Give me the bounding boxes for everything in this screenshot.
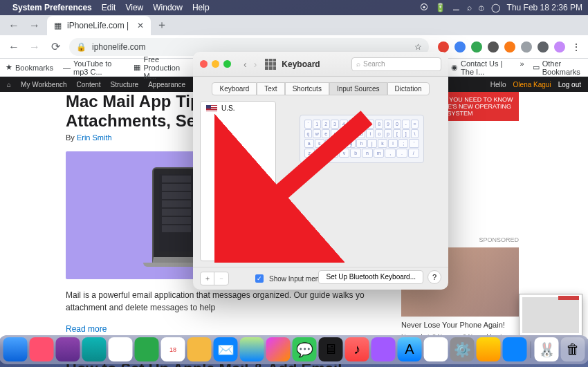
reload-button[interactable]: ⟳ <box>46 37 65 57</box>
dock-photos-icon[interactable] <box>266 337 291 361</box>
input-source-us[interactable]: U.S. <box>201 102 275 115</box>
show-input-menu-checkbox[interactable]: ✓ <box>255 274 264 283</box>
dock-app-5[interactable] <box>135 337 159 361</box>
author-link[interactable]: Erin Smith <box>77 133 112 142</box>
status-battery-icon[interactable]: 🔋 <box>435 3 445 12</box>
status-wifi-icon[interactable]: ⚊ <box>452 3 460 12</box>
tab-shortcuts[interactable]: Shortcuts <box>285 82 329 95</box>
menu-window[interactable]: Window <box>153 3 183 12</box>
home-icon[interactable]: ⌂ <box>7 81 11 88</box>
dock-tv-icon[interactable]: 🖥 <box>319 337 343 361</box>
dock-app-2[interactable] <box>56 337 80 361</box>
key-cap: r <box>331 129 339 138</box>
key-cap: w <box>313 129 321 138</box>
dock-podcasts-icon[interactable] <box>371 337 396 361</box>
forward-arrow-icon[interactable]: → <box>26 17 43 34</box>
minimize-window-button[interactable] <box>212 60 219 68</box>
nav-structure[interactable]: Structure <box>111 81 139 88</box>
dock-messages-icon[interactable]: 💬 <box>293 337 317 361</box>
dock-calendar-icon[interactable]: 18 <box>161 337 185 361</box>
dock-finder-icon[interactable] <box>3 337 28 361</box>
ext-icon-6[interactable] <box>519 39 534 55</box>
status-siri-icon[interactable]: ◯ <box>491 3 500 12</box>
dock-mail-icon[interactable]: ✉️ <box>214 337 238 361</box>
key-cap: v <box>339 149 350 158</box>
tab-close-icon[interactable]: ✕ <box>137 21 144 30</box>
article-excerpt: Mail is a powerful email application tha… <box>66 289 391 314</box>
back-arrow-icon[interactable]: ← <box>6 17 22 34</box>
key-cap: m <box>374 149 385 158</box>
status-control-center-icon[interactable]: ⦶ <box>479 3 484 12</box>
ext-icon-2[interactable] <box>452 39 468 55</box>
remove-input-source-button: － <box>214 272 228 285</box>
setup-bluetooth-button[interactable]: Set Up Bluetooth Keyboard... <box>318 270 423 284</box>
nav-workbench[interactable]: My Workbench <box>21 81 67 88</box>
add-input-source-button[interactable]: ＋ <box>201 272 214 285</box>
tab-dictation[interactable]: Dictation <box>387 82 430 95</box>
lock-icon: 🔒 <box>76 42 86 52</box>
dock-maps-icon[interactable] <box>240 337 264 361</box>
tab-title: iPhoneLife.com | <box>67 21 129 30</box>
read-more-link[interactable]: Read more <box>66 324 107 334</box>
picture-in-picture-window[interactable] <box>519 294 582 337</box>
dock-app-6[interactable] <box>187 337 212 361</box>
ext-icon-3[interactable] <box>469 39 484 55</box>
dock-app-10[interactable]: 🐰 <box>535 337 559 361</box>
input-source-list[interactable]: U.S. <box>200 101 276 261</box>
dock-app-1[interactable] <box>30 337 54 361</box>
prefs-back-button[interactable]: ‹ <box>241 59 250 70</box>
dock-app-3[interactable] <box>82 337 107 361</box>
bookmarks-folder[interactable]: ★ Bookmarks <box>6 63 53 72</box>
bm-contact[interactable]: ◉ Contact Us | The I... <box>451 59 511 76</box>
key-cap: 4 <box>340 120 348 129</box>
menubar-datetime[interactable]: Thu Feb 18 2:36 PM <box>507 3 582 12</box>
dock-music-icon[interactable]: ♪ <box>345 337 369 361</box>
prefs-search-input[interactable]: ⌕ Search <box>351 57 441 71</box>
dock-app-9[interactable] <box>503 337 527 361</box>
tab-input-sources[interactable]: Input Sources <box>329 82 387 95</box>
bm-free-production[interactable]: ▦ Free Production M... <box>134 55 194 80</box>
ext-icon-4[interactable] <box>486 39 501 55</box>
nav-appearance[interactable]: Appearance <box>148 81 185 88</box>
menu-view[interactable]: View <box>125 3 143 12</box>
dock-trash-icon[interactable]: 🗑 <box>561 337 585 361</box>
browser-tab[interactable]: ▦ iPhoneLife.com | ✕ <box>47 16 151 35</box>
close-window-button[interactable] <box>200 60 208 68</box>
other-bookmarks[interactable]: ▭ Other Bookmarks <box>533 59 582 76</box>
nav-back-button[interactable]: ← <box>4 37 24 57</box>
help-button[interactable]: ? <box>428 270 441 284</box>
input-source-label: U.S. <box>221 104 235 112</box>
chrome-menu-icon[interactable]: ⋮ <box>569 39 584 55</box>
dock-app-7[interactable] <box>424 337 448 361</box>
dock-appstore-icon[interactable]: A <box>398 337 422 361</box>
menu-help[interactable]: Help <box>192 3 210 12</box>
tab-keyboard[interactable]: Keyboard <box>212 82 257 95</box>
nav-content[interactable]: Content <box>77 81 101 88</box>
ext-icon-5[interactable] <box>502 39 517 55</box>
status-search-icon[interactable]: ⌕ <box>467 3 472 12</box>
greeting-label: Hello <box>490 81 506 88</box>
logout-link[interactable]: Log out <box>558 81 581 88</box>
tab-text[interactable]: Text <box>257 82 284 95</box>
bm-youtube[interactable]: — YouTube to mp3 C... <box>63 59 124 76</box>
menu-edit[interactable]: Edit <box>102 3 116 12</box>
ext-icon-7[interactable] <box>535 39 551 55</box>
prefs-toolbar: ‹ › Keyboard ⌕ Search <box>193 52 448 77</box>
new-tab-button[interactable]: ＋ <box>155 19 169 32</box>
star-icon[interactable]: ☆ <box>414 42 422 52</box>
show-all-icon[interactable] <box>265 59 276 70</box>
dock-app-4[interactable] <box>109 337 133 361</box>
sponsored-headline[interactable]: Never Lose Your Phone Again! <box>401 321 519 329</box>
key-cap: 2 <box>322 120 330 129</box>
user-link[interactable]: Olena Kagui <box>513 81 551 88</box>
key-cap: 7 <box>366 120 374 129</box>
avatar-icon[interactable] <box>552 39 567 55</box>
dock-app-8[interactable] <box>477 337 501 361</box>
extensions-area: ⋮ <box>436 39 584 55</box>
zoom-window-button[interactable] <box>223 60 231 68</box>
keyboard-preview: `1234567890-=qwertyuiop[]\asdfghjkl;'zxc… <box>282 101 441 261</box>
menubar-app-name[interactable]: System Preferences <box>12 3 92 12</box>
status-screenrecord-icon[interactable]: ⦿ <box>420 3 428 12</box>
dock-settings-icon[interactable]: ⚙️ <box>450 337 475 361</box>
bookmarks-overflow[interactable]: » <box>520 59 524 76</box>
